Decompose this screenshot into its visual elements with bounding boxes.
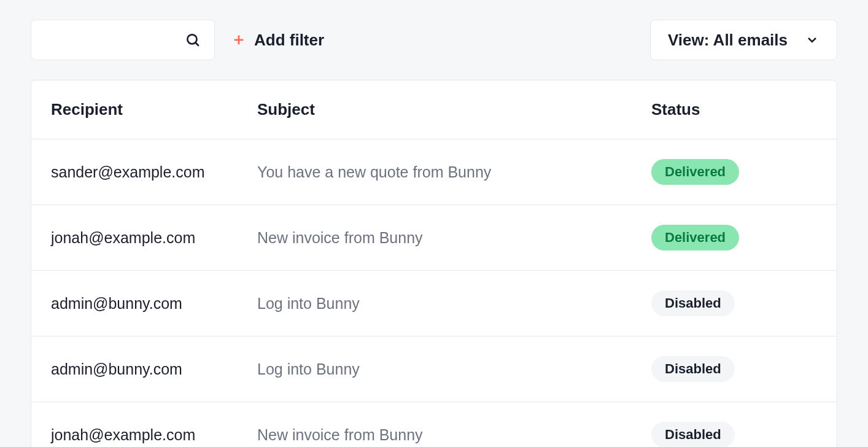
svg-line-1 xyxy=(196,43,199,46)
status-badge: Disabled xyxy=(651,422,735,447)
table-row[interactable]: admin@bunny.comLog into BunnyDisabled xyxy=(31,336,837,402)
table-row[interactable]: jonah@example.comNew invoice from BunnyD… xyxy=(31,402,837,447)
chevron-down-icon xyxy=(805,33,820,47)
subject-text: Log into Bunny xyxy=(257,360,360,378)
search-icon xyxy=(185,32,201,48)
header-recipient: Recipient xyxy=(51,100,257,119)
view-dropdown-label: View: All emails xyxy=(668,31,788,50)
table-row[interactable]: jonah@example.comNew invoice from BunnyD… xyxy=(31,205,837,271)
view-dropdown[interactable]: View: All emails xyxy=(650,20,837,60)
status-badge: Disabled xyxy=(651,290,735,316)
email-table: Recipient Subject Status sander@example.… xyxy=(31,80,837,447)
svg-point-0 xyxy=(187,34,196,44)
search-input[interactable] xyxy=(31,20,215,60)
recipient-text: jonah@example.com xyxy=(51,229,195,246)
table-header: Recipient Subject Status xyxy=(31,80,837,139)
subject-text: New invoice from Bunny xyxy=(257,426,423,443)
add-filter-button[interactable]: Add filter xyxy=(232,31,324,50)
recipient-text: sander@example.com xyxy=(51,163,205,181)
header-status: Status xyxy=(651,100,817,119)
recipient-text: jonah@example.com xyxy=(51,426,195,443)
plus-icon xyxy=(232,33,246,47)
recipient-text: admin@bunny.com xyxy=(51,295,182,312)
toolbar: Add filter View: All emails xyxy=(31,20,837,60)
status-badge: Delivered xyxy=(651,159,739,185)
subject-text: New invoice from Bunny xyxy=(257,229,423,246)
add-filter-label: Add filter xyxy=(254,31,324,50)
header-subject: Subject xyxy=(257,100,651,119)
status-badge: Delivered xyxy=(651,225,739,251)
recipient-text: admin@bunny.com xyxy=(51,360,182,378)
subject-text: You have a new quote from Bunny xyxy=(257,163,491,181)
table-row[interactable]: sander@example.comYou have a new quote f… xyxy=(31,139,837,205)
table-row[interactable]: admin@bunny.comLog into BunnyDisabled xyxy=(31,271,837,336)
subject-text: Log into Bunny xyxy=(257,295,360,312)
status-badge: Disabled xyxy=(651,356,735,382)
